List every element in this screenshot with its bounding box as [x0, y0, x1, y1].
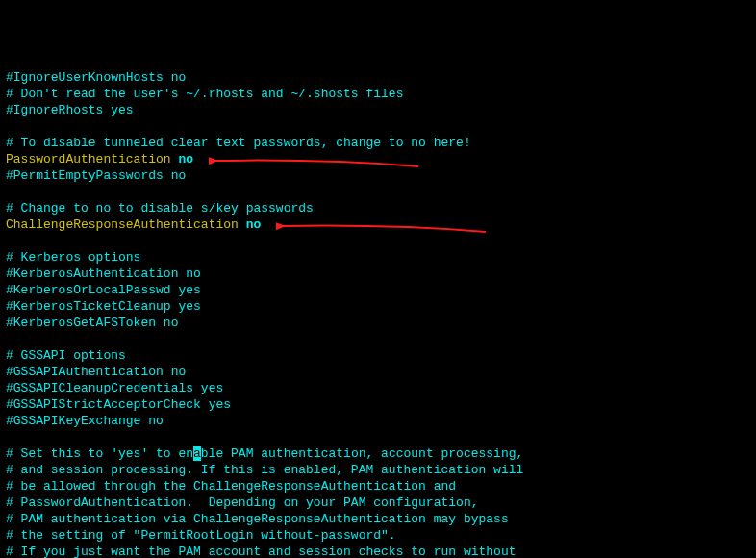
config-line: # and session processing. If this is ena… — [6, 462, 750, 478]
config-directive-value: no — [178, 152, 193, 166]
comment-text: # GSSAPI options — [6, 348, 126, 363]
comment-text: # Change to no to disable s/key password… — [6, 201, 314, 216]
comment-text: #GSSAPIStrictAcceptorCheck yes — [6, 397, 231, 412]
config-line: #IgnoreRhosts yes — [6, 102, 750, 118]
config-line: # PAM authentication via ChallengeRespon… — [6, 511, 750, 527]
comment-text: # be allowed through the ChallengeRespon… — [6, 479, 456, 494]
config-line: # GSSAPI options — [6, 347, 750, 364]
config-directive-value: no — [246, 217, 262, 232]
config-line: # To disable tunneled clear text passwor… — [6, 135, 750, 151]
comment-text: # and session processing. If this is ena… — [6, 463, 523, 477]
annotation-arrow-icon — [209, 153, 420, 166]
config-line: # If you just want the PAM account and s… — [6, 544, 750, 558]
comment-text: # Don't read the user's ~/.rhosts and ~/… — [6, 87, 403, 101]
comment-text: #IgnoreUserKnownHosts no — [6, 70, 186, 85]
comment-text: #KerberosAuthentication no — [6, 266, 201, 281]
config-line: #PermitEmptyPasswords no — [6, 167, 750, 184]
config-line: #GSSAPIAuthentication no — [6, 364, 750, 380]
config-line: # Set this to 'yes' to enable PAM authen… — [6, 445, 750, 462]
comment-text: ble PAM authentication, account processi… — [201, 446, 523, 461]
annotation-arrow-icon — [276, 218, 488, 232]
config-line: #KerberosTicketCleanup yes — [6, 298, 750, 315]
comment-text: # PasswordAuthentication. Depending on y… — [6, 495, 478, 510]
config-directive-key: PasswordAuthentication — [6, 152, 171, 166]
comment-text: #GSSAPICleanupCredentials yes — [6, 381, 223, 395]
terminal-editor-view[interactable]: #IgnoreUserKnownHosts no# Don't read the… — [6, 69, 750, 558]
config-line — [6, 184, 750, 200]
config-line: # Kerberos options — [6, 249, 750, 266]
config-line: #GSSAPIStrictAcceptorCheck yes — [6, 396, 750, 413]
config-line — [6, 331, 750, 347]
config-line: #KerberosGetAFSToken no — [6, 315, 750, 331]
comment-text: # PAM authentication via ChallengeRespon… — [6, 512, 509, 526]
comment-text: # Set this to 'yes' to en — [6, 446, 193, 461]
comment-text: # To disable tunneled clear text passwor… — [6, 136, 471, 150]
config-line: PasswordAuthentication no — [6, 151, 750, 167]
comment-text: #IgnoreRhosts yes — [6, 103, 134, 117]
editor-cursor: a — [193, 446, 201, 461]
config-directive-key: ChallengeResponseAuthentication — [6, 217, 239, 232]
comment-text: #KerberosTicketCleanup yes — [6, 299, 201, 314]
config-line: # Don't read the user's ~/.rhosts and ~/… — [6, 86, 750, 102]
config-line: # Change to no to disable s/key password… — [6, 200, 750, 216]
config-line — [6, 118, 750, 135]
config-line: # the setting of "PermitRootLogin withou… — [6, 527, 750, 544]
config-line: #KerberosAuthentication no — [6, 266, 750, 282]
comment-text: # Kerberos options — [6, 250, 140, 265]
config-line — [6, 429, 750, 445]
comment-text: #GSSAPIKeyExchange no — [6, 414, 164, 428]
comment-text: #GSSAPIAuthentication no — [6, 365, 186, 379]
config-line: # be allowed through the ChallengeRespon… — [6, 478, 750, 495]
config-line: # PasswordAuthentication. Depending on y… — [6, 495, 750, 511]
comment-text: # the setting of "PermitRootLogin withou… — [6, 528, 396, 543]
comment-text: #PermitEmptyPasswords no — [6, 168, 186, 183]
config-line: #GSSAPICleanupCredentials yes — [6, 380, 750, 396]
comment-text: # If you just want the PAM account and s… — [6, 545, 517, 558]
comment-text: #KerberosOrLocalPasswd yes — [6, 283, 201, 297]
config-line — [6, 233, 750, 249]
config-line: #GSSAPIKeyExchange no — [6, 413, 750, 429]
config-line: #IgnoreUserKnownHosts no — [6, 69, 750, 86]
comment-text: #KerberosGetAFSToken no — [6, 316, 178, 330]
config-line: ChallengeResponseAuthentication no — [6, 216, 750, 233]
config-line: #KerberosOrLocalPasswd yes — [6, 282, 750, 298]
